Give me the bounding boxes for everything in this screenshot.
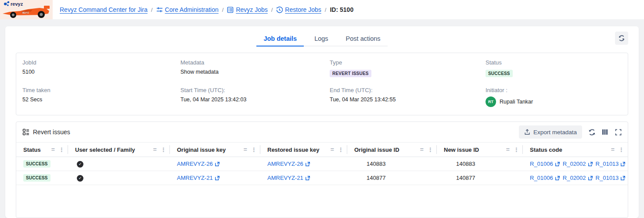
revert-issues-title-text: Revert issues	[33, 129, 70, 136]
external-link-icon	[620, 161, 626, 167]
restored-issue-key-cell: AMREVYZ-21	[260, 171, 347, 185]
status-cell: SUCCESS	[16, 171, 68, 185]
restored-issue-key-link[interactable]: AMREVYZ-26	[267, 161, 310, 167]
fullscreen-expand-icon	[615, 129, 622, 136]
original-issue-key-cell: AMREVYZ-21	[170, 171, 260, 185]
original-issue-key-link[interactable]: AMREVYZ-21	[177, 175, 220, 181]
export-metadata-button[interactable]: Export metadata	[519, 125, 582, 139]
column-settings-button[interactable]	[602, 129, 609, 136]
original-issue-key-link[interactable]: AMREVYZ-26	[177, 161, 220, 167]
status-code-link[interactable]: R_01006	[530, 175, 560, 181]
table-row: SUCCESS ✓ AMREVYZ-26 AMREVYZ-26 140883 1…	[16, 157, 628, 171]
col-header-status-code[interactable]: Status code=⋮	[523, 143, 628, 157]
external-link-icon	[555, 161, 560, 167]
field-time-taken: Time taken 52 Secs	[22, 87, 180, 107]
restored-issue-key-link[interactable]: AMREVYZ-21	[267, 175, 310, 181]
external-link-icon	[215, 161, 220, 167]
show-metadata-button[interactable]: Show metadata	[180, 69, 330, 75]
page-body: Job details Logs Post actions JobId 5100	[0, 19, 644, 218]
col-header-new-issue-id[interactable]: New issue ID=⋮	[437, 143, 523, 157]
column-resize-handle[interactable]: =	[506, 146, 509, 153]
breadcrumb-separator: /	[222, 7, 224, 13]
col-header-original-issue-id[interactable]: Original issue ID=⋮	[347, 143, 437, 157]
external-link-icon	[588, 175, 593, 181]
time-taken-label: Time taken	[22, 87, 180, 93]
revert-issues-panel: Revert issues Export metadata	[16, 122, 628, 218]
col-header-status[interactable]: Status=⋮	[16, 143, 68, 157]
column-resize-handle[interactable]: =	[611, 146, 614, 153]
status-code-link[interactable]: R_01006	[530, 161, 560, 167]
original-issue-id-cell: 140877	[347, 171, 437, 185]
column-menu-icon[interactable]: ⋮	[251, 147, 257, 153]
tabs-row: Job details Logs Post actions	[16, 32, 628, 46]
column-menu-icon[interactable]: ⋮	[619, 147, 624, 153]
field-end-time: End Time (UTC): Tue, 04 Mar 2025 13:42:5…	[330, 87, 486, 107]
field-job-id: JobId 5100	[22, 59, 180, 77]
tab-logs[interactable]: Logs	[307, 32, 335, 46]
status-code-cell: R_01006 R_02002 R_01013 R_	[523, 171, 628, 185]
table-actions: Export metadata	[519, 125, 622, 139]
column-menu-icon[interactable]: ⋮	[161, 147, 166, 153]
end-time-value: Tue, 04 Mar 2025 13:42:55	[330, 96, 486, 103]
status-badge: SUCCESS	[486, 70, 513, 77]
job-details-card: Job details Logs Post actions JobId 5100	[5, 26, 639, 218]
breadcrumb-revyz-jobs-link[interactable]: Revyz Jobs	[227, 6, 267, 13]
field-start-time: Start Time (UTC): Tue, 04 Mar 2025 13:42…	[180, 87, 330, 107]
column-resize-handle[interactable]: =	[153, 146, 156, 153]
col-header-user-selected[interactable]: User selected / Family=⋮	[68, 143, 170, 157]
external-link-icon	[305, 161, 310, 167]
refresh-icon	[618, 35, 625, 42]
col-header-original-issue-key[interactable]: Original issue key=⋮	[170, 143, 260, 157]
job-summary-panel: JobId 5100 Metadata Show metadata Type R…	[16, 53, 628, 115]
history-clock-icon	[276, 7, 283, 13]
column-menu-icon[interactable]: ⋮	[428, 147, 433, 153]
refresh-icon	[588, 129, 596, 136]
original-issue-id-cell: 140883	[347, 157, 437, 171]
revyz-logo[interactable]: revyz REVYZ	[0, 0, 53, 19]
fullscreen-button[interactable]	[615, 129, 622, 136]
refresh-page-button[interactable]	[615, 32, 628, 45]
breadcrumb-core-administration-link[interactable]: Core Administration	[156, 6, 219, 13]
tab-job-details[interactable]: Job details	[256, 32, 304, 46]
column-menu-icon[interactable]: ⋮	[59, 147, 65, 153]
column-menu-icon[interactable]: ⋮	[338, 147, 344, 153]
field-type: Type REVERT ISSUES	[330, 59, 486, 77]
column-resize-handle[interactable]: =	[420, 146, 423, 153]
column-resize-handle[interactable]: =	[51, 146, 54, 153]
columns-icon	[602, 129, 609, 136]
table-header-row: Status=⋮ User selected / Family=⋮ Origin…	[16, 143, 628, 157]
time-taken-value: 52 Secs	[22, 96, 180, 103]
breadcrumb-restore-jobs-link[interactable]: Restore Jobs	[276, 6, 321, 13]
start-time-value: Tue, 04 Mar 2025 13:42:03	[180, 96, 330, 103]
external-link-icon	[215, 175, 220, 181]
status-code-link[interactable]: R_02002	[563, 175, 593, 181]
external-link-icon	[588, 161, 593, 167]
row-status-badge: SUCCESS	[23, 160, 50, 168]
revyz-racecar-logo-icon: revyz REVYZ	[2, 0, 51, 19]
status-cell: SUCCESS	[16, 157, 68, 171]
status-code-link[interactable]: R_02002	[563, 161, 593, 167]
breadcrumb-separator: /	[151, 7, 153, 13]
field-initiator: Initiator : RT Rupali Tankar	[486, 87, 622, 107]
refresh-table-button[interactable]	[588, 129, 596, 136]
column-resize-handle[interactable]: =	[244, 146, 247, 153]
start-time-label: Start Time (UTC):	[180, 87, 330, 93]
col-header-restored-issue-key[interactable]: Restored issue key=⋮	[260, 143, 347, 157]
app-header: revyz REVYZ Revyz Command Center for Jir…	[0, 0, 644, 19]
column-resize-handle[interactable]: =	[331, 146, 334, 153]
initiator-avatar[interactable]: RT	[486, 96, 496, 107]
breadcrumb-app-link[interactable]: Revyz Command Center for Jira	[60, 6, 148, 13]
job-id-label: JobId	[22, 59, 180, 66]
tab-post-actions[interactable]: Post actions	[339, 32, 388, 46]
original-issue-key-cell: AMREVYZ-26	[170, 157, 260, 171]
column-menu-icon[interactable]: ⋮	[514, 147, 519, 153]
row-status-badge: SUCCESS	[23, 174, 50, 182]
revert-issues-table: Status=⋮ User selected / Family=⋮ Origin…	[16, 142, 628, 185]
revert-issues-title: Revert issues	[22, 129, 70, 136]
status-code-link[interactable]: R_01013	[596, 175, 626, 181]
revert-issues-toolbar: Revert issues Export metadata	[16, 122, 628, 142]
status-code-link[interactable]: R_01013	[596, 161, 626, 167]
grid-list-icon	[22, 129, 29, 136]
check-circle-icon: ✓	[77, 175, 83, 182]
field-status: Status SUCCESS	[486, 59, 622, 77]
